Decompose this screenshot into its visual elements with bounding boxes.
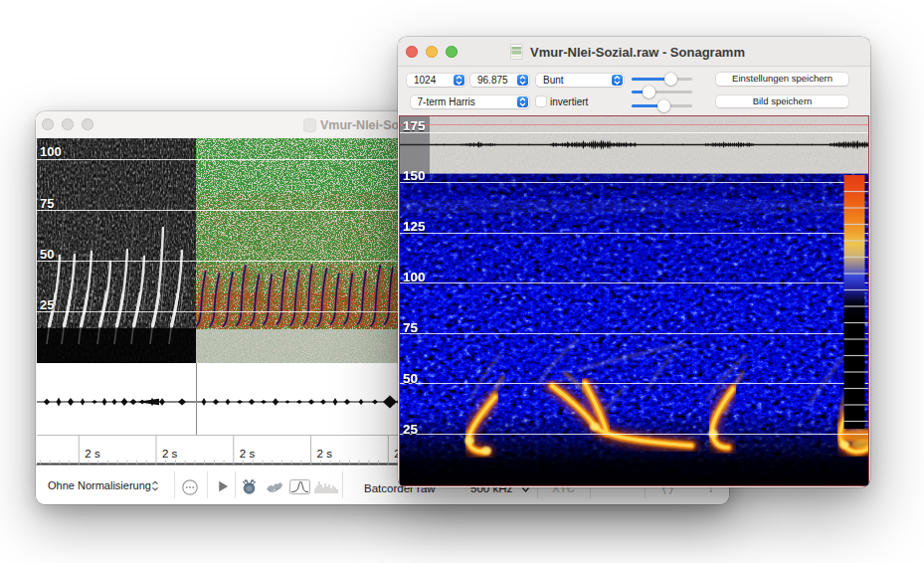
svg-text:150: 150 <box>403 168 426 183</box>
svg-text:2 s: 2 s <box>162 448 178 460</box>
svg-text:25: 25 <box>403 422 419 437</box>
svg-text:125: 125 <box>403 219 426 234</box>
svg-text:2 s: 2 s <box>85 448 100 460</box>
svg-text:75: 75 <box>403 320 419 335</box>
svg-text:2 s: 2 s <box>240 448 256 460</box>
svg-text:100: 100 <box>403 270 426 284</box>
svg-text:2 s: 2 s <box>317 448 333 460</box>
svg-text:175: 175 <box>403 118 426 133</box>
svg-text:50: 50 <box>403 371 418 386</box>
